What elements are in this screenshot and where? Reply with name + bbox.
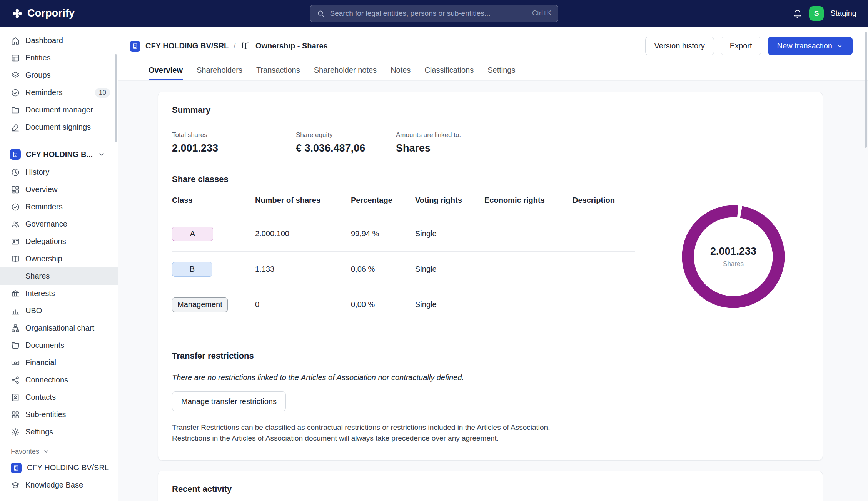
search-icon <box>317 9 325 18</box>
summary-card: Summary Total shares 2.001.233 Share equ… <box>158 92 823 461</box>
new-transaction-label: New transaction <box>777 42 832 50</box>
sidebar-label: Financial <box>25 358 56 367</box>
sidebar-favorite-cfy-holding[interactable]: CFY HOLDING BV/SRL <box>0 459 118 476</box>
sidebar-label: Interests <box>25 289 55 298</box>
summary-title: Summary <box>172 105 809 115</box>
share-nodes-icon <box>11 376 20 385</box>
brand-name: Corporify <box>27 7 75 19</box>
avatar[interactable]: S <box>809 6 824 21</box>
sidebar-item-groups[interactable]: Groups <box>0 67 118 84</box>
sidebar-item-organisational-chart[interactable]: Organisational chart <box>0 319 118 337</box>
stat-label: Share equity <box>296 131 396 139</box>
sidebar-label: Overview <box>25 185 57 194</box>
chevron-down-icon <box>43 448 50 455</box>
description-line: Restrictions in the Articles of Associat… <box>172 433 809 444</box>
sidebar-label: Entities <box>25 53 51 62</box>
tab-transactions[interactable]: Transactions <box>256 66 300 80</box>
sidebar-scrollbar[interactable] <box>115 54 117 142</box>
export-button[interactable]: Export <box>721 37 761 55</box>
sidebar-item-financial[interactable]: Financial <box>0 354 118 371</box>
sidebar-label: Dashboard <box>25 36 63 45</box>
sidebar-item-connections[interactable]: Connections <box>0 371 118 389</box>
tab-overview[interactable]: Overview <box>149 66 183 80</box>
sidebar-item-knowledge-base[interactable]: Knowledge Base <box>0 476 118 494</box>
sidebar-item-interests[interactable]: Interests <box>0 285 118 302</box>
sidebar-item-sub-entities[interactable]: Sub-entities <box>0 406 118 423</box>
sidebar-item-contacts[interactable]: Contacts <box>0 389 118 406</box>
sidebar-label: Groups <box>25 71 51 80</box>
sidebar-entity-switcher[interactable]: CFY HOLDING B... <box>0 145 118 164</box>
sidebar-item-document-signings[interactable]: Document signings <box>0 119 118 136</box>
page-scrollbar[interactable] <box>865 32 867 148</box>
cell-shares: 1.133 <box>255 265 351 274</box>
sidebar: Dashboard Entities Groups Reminders 10 D… <box>0 27 118 501</box>
global-search[interactable]: Ctrl+K <box>310 5 558 22</box>
sidebar-item-entities[interactable]: Entities <box>0 49 118 67</box>
sidebar-item-settings[interactable]: Settings <box>0 423 118 441</box>
sidebar-item-document-manager[interactable]: Document manager <box>0 101 118 119</box>
sidebar-item-ownership[interactable]: Ownership <box>0 250 118 267</box>
recent-activity-title: Recent activity <box>172 484 809 494</box>
sidebar-favorites-header[interactable]: Favorites <box>0 444 118 459</box>
sidebar-item-shares[interactable]: Shares <box>0 267 118 285</box>
sidebar-label: Ownership <box>25 254 62 263</box>
corporify-logo-icon <box>12 8 23 19</box>
class-b-badge: B <box>172 262 212 277</box>
sidebar-item-delegations[interactable]: Delegations <box>0 233 118 250</box>
tab-settings[interactable]: Settings <box>487 66 515 80</box>
class-management-badge: Management <box>172 297 228 312</box>
summary-stats: Total shares 2.001.233 Share equity € 3.… <box>172 131 809 154</box>
share-classes-donut-chart: 2.001.233 Shares <box>682 205 785 308</box>
sidebar-label: Reminders <box>25 202 63 211</box>
cell-percentage: 99,94 % <box>351 229 415 238</box>
brand[interactable]: Corporify <box>12 7 75 19</box>
table-row: A 2.000.100 99,94 % Single <box>172 216 635 251</box>
tab-notes[interactable]: Notes <box>391 66 411 80</box>
tab-classifications[interactable]: Classifications <box>424 66 474 80</box>
sidebar-item-overview[interactable]: Overview <box>0 181 118 198</box>
sidebar-item-entity-reminders[interactable]: Reminders <box>0 198 118 215</box>
tab-shareholders[interactable]: Shareholders <box>197 66 242 80</box>
graduation-cap-icon <box>11 481 20 490</box>
column-header: Number of shares <box>255 196 351 205</box>
tab-shareholder-notes[interactable]: Shareholder notes <box>314 66 377 80</box>
column-header: Class <box>172 196 255 205</box>
sidebar-label: Document signings <box>25 123 91 132</box>
squares-icon <box>11 410 20 419</box>
environment-label: Staging <box>830 9 856 18</box>
sidebar-item-governance[interactable]: Governance <box>0 215 118 233</box>
stat-label: Total shares <box>172 131 296 139</box>
column-header: Voting rights <box>415 196 484 205</box>
topbar: Corporify Ctrl+K S Staging <box>0 0 868 27</box>
breadcrumb: CFY HOLDING BV/SRL / Ownership - Shares <box>130 41 328 52</box>
sidebar-label: Governance <box>25 220 67 229</box>
transfer-restrictions-description: Transfer Restrictions can be classified … <box>172 422 809 443</box>
breadcrumb-entity[interactable]: CFY HOLDING BV/SRL <box>145 42 229 50</box>
sidebar-item-history[interactable]: History <box>0 164 118 181</box>
table-row: B 1.133 0,06 % Single <box>172 251 635 287</box>
sidebar-label: Connections <box>25 376 68 384</box>
sidebar-item-reminders[interactable]: Reminders 10 <box>0 84 118 101</box>
cell-voting: Single <box>415 265 484 274</box>
transfer-restrictions-note: There are no restrictions linked to the … <box>172 373 809 382</box>
new-transaction-button[interactable]: New transaction <box>768 37 853 55</box>
sidebar-label: Reminders <box>25 88 63 97</box>
column-header: Description <box>573 196 635 205</box>
search-input[interactable] <box>330 9 527 18</box>
sidebar-item-ubo[interactable]: UBO <box>0 302 118 319</box>
check-circle-icon <box>11 202 20 212</box>
breadcrumb-separator: / <box>234 42 236 50</box>
manage-transfer-restrictions-button[interactable]: Manage transfer restrictions <box>172 391 286 411</box>
bar-chart-icon <box>11 306 20 316</box>
table-header: Class Number of shares Percentage Voting… <box>172 194 635 216</box>
sidebar-item-documents[interactable]: Documents <box>0 337 118 354</box>
version-history-button[interactable]: Version history <box>645 37 714 55</box>
sidebar-label: Document manager <box>25 105 93 114</box>
cell-shares: 2.000.100 <box>255 229 351 238</box>
sidebar-item-dashboard[interactable]: Dashboard <box>0 32 118 49</box>
notifications-button[interactable] <box>792 8 803 18</box>
entity-icon <box>10 149 21 160</box>
banknote-icon <box>11 358 20 367</box>
transfer-restrictions-title: Transfer restrictions <box>172 351 809 361</box>
org-chart-icon <box>11 324 20 333</box>
